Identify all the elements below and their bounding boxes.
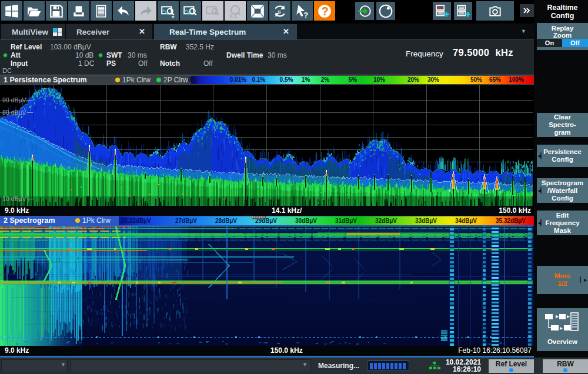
svg-text:?: ? — [303, 10, 308, 18]
svg-text:s: s — [278, 8, 281, 14]
svg-text:1:1: 1:1 — [229, 12, 237, 18]
svg-text:+: + — [213, 9, 216, 15]
svg-text:80 dBµV: 80 dBµV — [2, 109, 26, 116]
svg-text:?: ? — [322, 5, 329, 18]
svg-text:10 dBµV: 10 dBµV — [2, 195, 26, 202]
svg-text:90 dBµV: 90 dBµV — [2, 96, 26, 103]
